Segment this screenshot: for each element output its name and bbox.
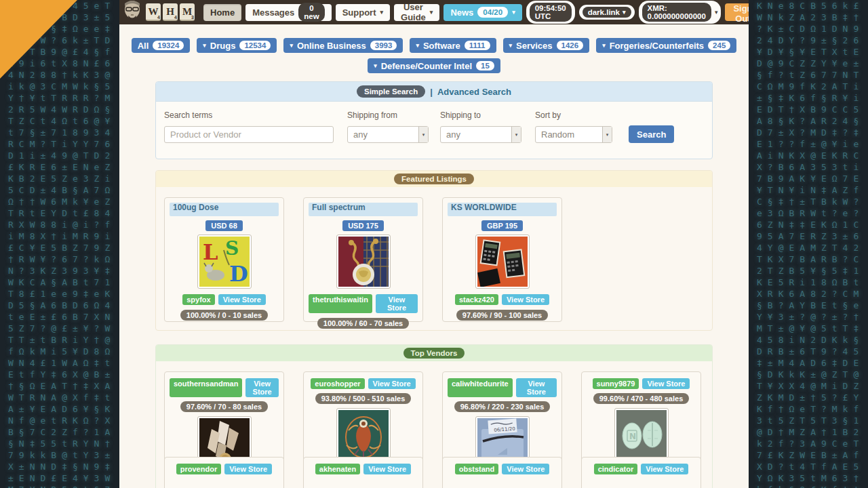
- corner-ribbon: [0, 0, 77, 79]
- messages-button[interactable]: Messages 0 new: [245, 4, 332, 21]
- vendor-name-badge[interactable]: stackz420: [455, 294, 498, 305]
- vendor-name-badge[interactable]: cindicator: [594, 464, 638, 474]
- listing-image[interactable]: L S D: [197, 235, 252, 289]
- category-count-badge: 19324: [153, 41, 184, 50]
- sort-by-label: Sort by: [535, 110, 612, 120]
- view-store-button[interactable]: View Store: [376, 294, 418, 313]
- screen: 8ΩK88245eT ERN66BD3±5 C3‡4§‡Ωee‡ tXΩW?6k…: [0, 0, 868, 488]
- search-form: Search terms Shipping from any ▾ Shippin…: [156, 102, 712, 159]
- vendor-name-badge[interactable]: southernsandman: [170, 378, 242, 397]
- vendor-name-badge[interactable]: thetruthiswaitin: [309, 294, 372, 313]
- news-button[interactable]: News 04/20 ▾: [443, 4, 521, 21]
- user-guide-menu-button[interactable]: User Guide ▾: [394, 4, 439, 21]
- category-filter: All 19324 ▾ Drugs 12534 ▾ Online Busines…: [132, 38, 737, 73]
- listing-vendor-row: spyfox View Store: [170, 294, 279, 305]
- shipping-from-group: Shipping from any ▾: [347, 110, 429, 143]
- category-forgeries-button[interactable]: ▾ Forgeries/Counterfeits 245: [596, 38, 736, 53]
- view-store-button[interactable]: View Store: [245, 378, 279, 397]
- vendor-header-row: caliwhitedunrite View Store: [448, 378, 557, 397]
- view-store-button[interactable]: View Store: [642, 378, 690, 389]
- sign-out-button[interactable]: Sign Out: [725, 3, 749, 21]
- category-services-button[interactable]: ▾ Services 1426: [503, 38, 590, 53]
- view-store-button[interactable]: View Store: [368, 378, 416, 389]
- category-count-badge: 245: [708, 41, 730, 50]
- vendor-name-badge[interactable]: euroshopper: [311, 378, 364, 389]
- top-vendors-panel: Top Vendors southernsandman View Store 9…: [155, 344, 713, 488]
- caret-down-icon: ▾: [623, 9, 626, 16]
- caret-down-icon: ▾: [380, 9, 383, 16]
- featured-listings-header: Featured Listings: [156, 171, 712, 187]
- vendor-card: obststand View Store: [442, 457, 562, 488]
- vendor-header-row: euroshopper View Store: [309, 378, 418, 389]
- vendor-name-badge[interactable]: provendor: [176, 464, 221, 474]
- listing-card: Full spectrum USD 175: [303, 197, 423, 322]
- wallet-balance-button[interactable]: XMR: 0.000000000000 ▾: [639, 1, 722, 24]
- listing-price-badge: GBP 195: [481, 220, 523, 231]
- vendor-name-badge[interactable]: spyfox: [182, 294, 214, 305]
- listing-image[interactable]: [475, 235, 530, 289]
- page: W4 H4 M3 Home Messages 0 new Support ▾ U…: [119, 0, 749, 488]
- listing-title[interactable]: Full spectrum: [309, 203, 418, 216]
- sort-by-group: Sort by Random ▾: [535, 110, 612, 143]
- support-label: Support: [342, 7, 376, 18]
- shipping-from-select[interactable]: any ▾: [347, 126, 429, 143]
- search-terms-label: Search terms: [164, 110, 334, 120]
- utc-clock-value: 09:54:50 UTC: [530, 3, 572, 22]
- vendor-card: euroshopper View Store 93.80% / 500 - 51…: [303, 371, 423, 464]
- category-drugs-button[interactable]: ▾ Drugs 12534: [197, 38, 277, 53]
- svg-text:L: L: [203, 239, 218, 265]
- featured-listings-banner: Featured Listings: [394, 174, 474, 184]
- mirror-label: dark.link: [588, 8, 620, 16]
- tab-simple-search[interactable]: Simple Search: [357, 85, 425, 98]
- tab-advanced-search[interactable]: Advanced Search: [437, 87, 511, 97]
- caret-down-icon: ▾: [512, 9, 515, 16]
- home-button[interactable]: Home: [203, 4, 241, 21]
- view-store-button[interactable]: View Store: [516, 378, 557, 397]
- view-store-button[interactable]: View Store: [224, 464, 272, 474]
- view-store-button[interactable]: View Store: [502, 464, 549, 474]
- shipping-to-label: Shipping to: [440, 110, 521, 120]
- category-defense-button[interactable]: ▾ Defense/Counter Intel 15: [368, 58, 500, 73]
- vendor-rating-badge: 100.00% / 60 - 70 sales: [317, 318, 409, 329]
- vendor-name-badge[interactable]: caliwhitedunrite: [448, 378, 513, 397]
- mirror-link-button[interactable]: dark.link▾: [579, 5, 635, 20]
- listing-image[interactable]: [336, 235, 391, 289]
- vendor-image[interactable]: [336, 408, 391, 462]
- vendor-header-row: cindicator View Store: [587, 464, 696, 474]
- svg-text:D: D: [229, 261, 248, 287]
- support-menu-button[interactable]: Support ▾: [336, 4, 390, 21]
- category-row: All 19324 ▾ Drugs 12534 ▾ Online Busines…: [132, 38, 737, 53]
- caret-down-icon: ▾: [290, 43, 293, 49]
- site-logo[interactable]: W4 H4 M3: [121, 0, 195, 25]
- category-all-button[interactable]: All 19324: [132, 38, 191, 53]
- sort-by-select[interactable]: Random ▾: [535, 126, 612, 143]
- vendor-header-row: provendor View Store: [170, 464, 279, 474]
- listing-vendor-row: thetruthiswaitin View Store: [309, 294, 418, 313]
- vendor-image[interactable]: N: [614, 408, 669, 462]
- view-store-button[interactable]: View Store: [502, 294, 549, 305]
- caret-down-icon: ▾: [203, 43, 206, 49]
- logo-tile: W4: [146, 3, 161, 21]
- view-store-button[interactable]: View Store: [218, 294, 266, 305]
- category-online-business-button[interactable]: ▾ Online Business 3993: [283, 38, 403, 53]
- caret-down-icon: ▾: [602, 43, 606, 49]
- caret-down-icon: ▾: [430, 9, 433, 16]
- vendor-name-badge[interactable]: sunny9879: [593, 378, 639, 389]
- vendor-name-badge[interactable]: obststand: [455, 464, 499, 474]
- search-terms-input[interactable]: [164, 126, 334, 143]
- vendor-card: sunny9879 View Store 99.60% / 470 - 480 …: [581, 371, 701, 464]
- category-software-button[interactable]: ▾ Software 1111: [410, 38, 496, 53]
- svg-text:S: S: [225, 237, 239, 260]
- view-store-button[interactable]: View Store: [363, 464, 411, 474]
- search-submit-button[interactable]: Search: [629, 125, 674, 143]
- shipping-to-select[interactable]: any ▾: [440, 126, 521, 143]
- view-store-button[interactable]: View Store: [641, 464, 688, 474]
- caret-down-icon: ▾: [416, 43, 419, 49]
- matrix-background: KNe8CB56k£ WNkZA23B‡† ?K±CDΩ1DN9 24DY?9±…: [749, 0, 868, 488]
- vendor-name-badge[interactable]: akhenaten: [315, 464, 360, 474]
- topbar: W4 H4 M3 Home Messages 0 new Support ▾ U…: [119, 0, 749, 24]
- vendor-header-row: akhenaten View Store: [309, 464, 418, 474]
- listing-title[interactable]: 100ug Dose: [170, 203, 279, 216]
- listing-title[interactable]: KS WORLDWIDE: [448, 203, 557, 216]
- vendor-card: cindicator View Store: [581, 457, 701, 488]
